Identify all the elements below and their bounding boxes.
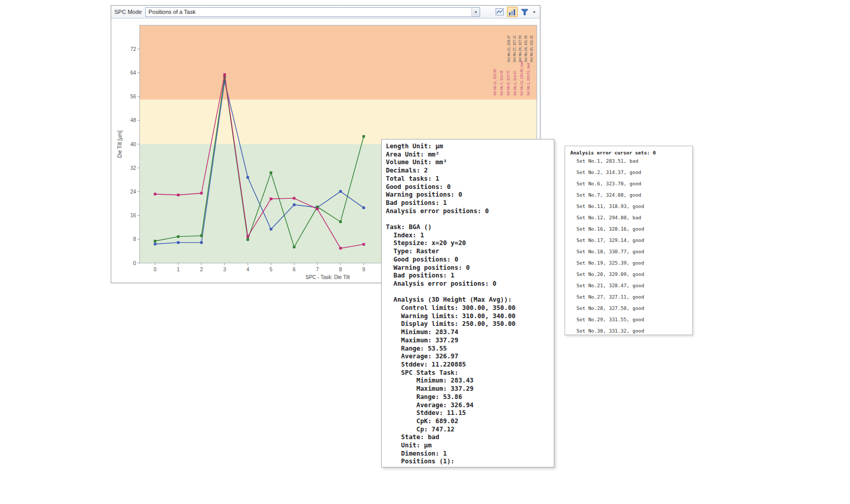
stats-line: SPC Stats Task: — [386, 369, 550, 377]
stats-line: Average: 326.97 — [386, 353, 550, 361]
spc-mode-label: SPC Mode — [114, 9, 142, 15]
stats-line: Area Unit: mm² — [386, 151, 550, 159]
screen: SPC Mode Positions of a Task ▼ — [0, 0, 850, 504]
svg-text:0: 0 — [154, 267, 157, 272]
spc-mode-combobox[interactable]: Positions of a Task ▼ — [145, 7, 480, 17]
svg-text:SPC - Task: Die Tilt: SPC - Task: Die Tilt — [305, 274, 350, 280]
stats-line — [386, 215, 550, 223]
filter-icon[interactable] — [519, 7, 530, 17]
stats-line: Warning limits: 310.00, 340.00 — [386, 312, 550, 321]
stats-line: Warning positions: 0 — [386, 191, 550, 199]
svg-text:64: 64 — [130, 70, 137, 76]
svg-text:6: 6 — [293, 267, 296, 272]
svg-text:9: 9 — [362, 267, 365, 272]
stats-line: Stddev: 11.15 — [386, 409, 550, 418]
svg-text:4: 4 — [246, 267, 249, 272]
stats-line: Task: BGA () — [386, 223, 550, 232]
stats-line: Minimum: 283.74 — [386, 328, 550, 337]
cursor-set-entry: Set No.18, 330.77, good — [570, 246, 689, 257]
line-chart-glyph — [496, 8, 504, 15]
cursor-set-entry: Set No.6, 323.70, good — [570, 178, 689, 189]
stats-line: Bad positions: 1 — [386, 272, 550, 280]
stats-line: CpK: 689.02 — [386, 418, 550, 426]
stats-line: Minimum: 283.43 — [386, 377, 550, 385]
cursor-set-entry: Set No.11, 318.93, good — [570, 201, 689, 212]
svg-text:Set No.11, 318.93: Set No.11, 318.93 — [493, 69, 497, 96]
stats-line: Stepsize: x=20 y=20 — [386, 239, 550, 248]
bar-chart-glyph — [508, 9, 516, 15]
svg-text:0: 0 — [133, 260, 136, 266]
stats-line: Cp: 747.12 — [386, 426, 550, 434]
stats-line: State: bad — [386, 433, 550, 442]
svg-text:Set No.21, 328.47: Set No.21, 328.47 — [507, 35, 511, 62]
svg-text:40: 40 — [130, 142, 137, 147]
toolbar-more-dropdown-icon[interactable]: ▾ — [532, 10, 537, 14]
svg-text:Set No.1, 283.51, bad: Set No.1, 283.51, bad — [526, 63, 530, 96]
stats-line — [386, 288, 550, 297]
cursor-set-entry: Set No.1, 283.51, bad — [570, 155, 689, 167]
spc-toolbar: SPC Mode Positions of a Task ▼ — [111, 6, 540, 19]
line-chart-view-icon[interactable] — [495, 7, 505, 17]
cursor-set-entry: Set No.21, 328.47, good — [570, 280, 689, 291]
cursor-set-entry: Set No.27, 327.11, good — [570, 291, 689, 303]
svg-text:5: 5 — [269, 267, 273, 272]
svg-text:72: 72 — [130, 46, 137, 52]
cursor-set-entry: Set No.17, 329.14, good — [570, 235, 689, 246]
svg-text:48: 48 — [130, 117, 137, 123]
funnel-glyph — [521, 9, 529, 15]
svg-text:3: 3 — [223, 267, 226, 272]
stats-line: Maximum: 337.29 — [386, 385, 550, 393]
stats-line: Range: 53.55 — [386, 345, 550, 353]
stats-line: Unit: µm — [386, 442, 550, 450]
stats-line: Good positions: 0 — [386, 183, 550, 192]
svg-text:56: 56 — [130, 94, 137, 99]
cursor-set-entry: Set No.28, 327.50, good — [570, 303, 689, 314]
stats-line: Analysis error positions: 0 — [386, 207, 550, 216]
stats-line: Analysis error positions: 0 — [386, 280, 550, 288]
stats-line: Stddev: 11.220885 — [386, 361, 550, 369]
svg-text:8: 8 — [133, 236, 136, 242]
cursor-set-entry: Set No.2, 314.37, good — [570, 167, 689, 178]
cursor-set-entry: Set No.16, 328.16, good — [570, 223, 689, 235]
stats-line: Warning positions: 0 — [386, 264, 550, 272]
stats-line: Bad positions: 1 — [386, 199, 550, 207]
svg-text:1: 1 — [177, 267, 180, 272]
cursor-set-entry: Set No.30, 331.32, good — [570, 325, 689, 335]
stats-line: Length Unit: µm — [386, 143, 550, 151]
svg-text:Set No.29, 331.55: Set No.29, 331.55 — [524, 35, 528, 62]
spc-mode-combobox-value: Positions of a Task — [146, 9, 471, 15]
combobox-dropdown-arrow-icon[interactable]: ▼ — [471, 8, 480, 16]
svg-text:Set No.27, 327.11: Set No.27, 327.11 — [513, 36, 516, 62]
stats-line: Analysis (3D Height (Max Avg)): — [386, 296, 550, 304]
cursor-set-entry: Set No.29, 331.55, good — [570, 314, 689, 325]
cursor-set-entry: Set No.19, 325.39, good — [570, 257, 689, 269]
stats-line: Average: 326.94 — [386, 402, 550, 410]
bar-chart-view-icon[interactable] — [507, 7, 518, 17]
cursor-set-entry: Set No.7, 324.08, good — [570, 189, 689, 201]
svg-text:7: 7 — [316, 267, 319, 272]
stats-line: Dimension: 1 — [386, 450, 550, 458]
stats-line: Good positions: 0 — [386, 256, 550, 264]
svg-text:Set No.7, 324.08: Set No.7, 324.08 — [500, 71, 503, 96]
svg-text:Set No.2, 314.37: Set No.2, 314.37 — [513, 71, 517, 96]
stats-line: Control limits: 300.00, 350.00 — [386, 304, 550, 312]
analysis-stats-popup: Length Unit: µm Area Unit: mm² Volume Un… — [381, 139, 554, 467]
stats-line: Display limits: 250.00, 350.00 — [386, 320, 550, 328]
stats-line: Range: 53.86 — [386, 393, 550, 402]
cursor-sets-panel: Analysis error cursor sets: 0 Set No.1, … — [565, 146, 693, 335]
cursor-set-entry: Set No.20, 329.09, good — [570, 269, 689, 280]
stats-line: Total tasks: 1 — [386, 175, 550, 183]
cursor-set-entry: Set No.12, 294.80, bad — [570, 212, 689, 223]
svg-text:Set No.30, 331.32: Set No.30, 331.32 — [530, 35, 533, 62]
stats-line: Decimals: 2 — [386, 167, 550, 175]
stats-line: Type: Raster — [386, 248, 550, 256]
cursor-sets-list: Set No.1, 283.51, bad Set No.2, 314.37, … — [570, 155, 689, 335]
svg-text:2: 2 — [200, 267, 203, 272]
stats-line: Positions (1): — [386, 458, 550, 466]
svg-text:24: 24 — [130, 189, 137, 195]
svg-text:Set No.6, 323.70: Set No.6, 323.70 — [506, 71, 510, 96]
svg-text:32: 32 — [130, 165, 137, 171]
stats-line: Volume Unit: mm³ — [386, 159, 550, 167]
svg-text:Set No.28, 327.50: Set No.28, 327.50 — [518, 35, 522, 62]
toolbar-icons: ▾ — [495, 7, 537, 17]
